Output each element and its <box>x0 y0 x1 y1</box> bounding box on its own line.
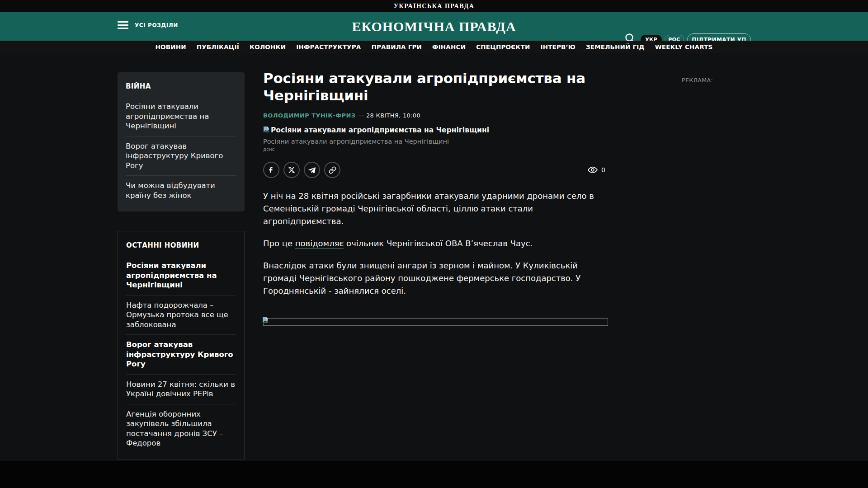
share-telegram-button[interactable] <box>304 162 320 178</box>
nav-item-infrastruktura[interactable]: ІНФРАСТРУКТУРА <box>296 43 361 51</box>
war-item-3[interactable]: Чи можна відбудувати країну без жінок <box>126 175 236 205</box>
share-toolbar: 0 <box>263 162 608 178</box>
latest-item-1[interactable]: Росіяни атакували агропідприємства на Че… <box>126 256 236 295</box>
article-image-2-broken <box>263 318 608 326</box>
share-facebook-button[interactable] <box>263 162 279 178</box>
facebook-icon <box>267 166 275 174</box>
image-source: дснс <box>263 147 608 152</box>
image-alt-text: Росіяни атакували агропідприємства на Че… <box>271 126 489 134</box>
ukrainska-pravda-logo[interactable]: УКРАЇНСЬКА ПРАВДА <box>394 3 475 10</box>
nav-item-finansy[interactable]: ФІНАНСИ <box>432 43 466 51</box>
nav-item-weekly-charts[interactable]: WEEKLY CHARTS <box>655 43 713 51</box>
nav-item-zemelnyi-hid[interactable]: ЗЕМЕЛЬНИЙ ГІД <box>586 43 645 51</box>
eye-icon <box>588 166 598 174</box>
site-header: УСІ РОЗДІЛИ ЕКОНОМІЧНА ПРАВДА УКР РОС ПІ… <box>0 12 868 41</box>
telegram-icon <box>308 166 316 174</box>
war-panel: ВІЙНА Росіяни атакували агропідприємства… <box>118 72 245 211</box>
latest-item-2[interactable]: Нафта подорожчала – Ормузька протока все… <box>126 295 236 335</box>
main-nav: НОВИНИ ПУБЛІКАЦІЇ КОЛОНКИ ІНФРАСТРУКТУРА… <box>0 41 868 53</box>
nav-item-kolonky[interactable]: КОЛОНКИ <box>250 43 286 51</box>
nav-item-novyny[interactable]: НОВИНИ <box>156 43 186 51</box>
paragraph-1: У ніч на 28 квітня російські загарбники … <box>263 190 608 228</box>
nav-item-publikatsii[interactable]: ПУБЛІКАЦІЇ <box>197 43 239 51</box>
image-caption: Росіяни атакували агропідприємства на Че… <box>263 138 608 145</box>
article-title: Росіяни атакували агропідприємства на Че… <box>263 70 608 104</box>
view-counter: 0 <box>588 166 605 174</box>
latest-item-5[interactable]: Агенція оборонних закупівель збільшила п… <box>126 404 236 453</box>
war-panel-title: ВІЙНА <box>126 82 236 90</box>
article-image-broken: Росіяни атакували агропідприємства на Че… <box>263 126 608 134</box>
nav-item-pravyla-hry[interactable]: ПРАВИЛА ГРИ <box>371 43 422 51</box>
copy-link-button[interactable] <box>324 162 340 178</box>
latest-item-4[interactable]: Новини 27 квітня: скільки в Україні дові… <box>126 374 236 404</box>
nav-item-interviu[interactable]: ІНТЕРВ’Ю <box>540 43 576 51</box>
nav-item-spetsproekty[interactable]: СПЕЦПРОЄКТИ <box>476 43 530 51</box>
latest-news-title: ОСТАННІ НОВИНИ <box>126 241 236 249</box>
broken-image-icon <box>263 126 270 133</box>
article: Росіяни атакували агропідприємства на Че… <box>263 72 608 326</box>
x-icon <box>288 166 295 174</box>
latest-item-3[interactable]: Ворог атакував інфраструктуру Кривого Ро… <box>126 334 236 374</box>
share-x-button[interactable] <box>283 162 300 178</box>
war-item-1[interactable]: Росіяни атакували агропідприємства на Че… <box>126 97 236 136</box>
topbar: УКРАЇНСЬКА ПРАВДА <box>0 0 868 12</box>
page: УКРАЇНСЬКА ПРАВДА УСІ РОЗДІЛИ ЕКОНОМІЧНА… <box>0 0 868 488</box>
source-link[interactable]: повідомляє <box>295 239 344 249</box>
paragraph-2-text: Про це <box>263 239 295 248</box>
latest-news-panel: ОСТАННІ НОВИНИ Росіяни атакували агропід… <box>118 231 245 460</box>
broken-image-icon <box>262 317 269 324</box>
views-count: 0 <box>601 166 605 174</box>
paragraph-2: Про це повідомляє очільник Чернігівської… <box>263 237 608 250</box>
ad-label: РЕКЛАМА: <box>682 77 713 84</box>
paragraph-2-text-after: очільник Чернігівської ОВА В’ячеслав Чау… <box>344 239 533 248</box>
byline: ВОЛОДИМИР ТУНІК-ФРИЗ — 28 КВІТНЯ, 10:00 <box>263 112 608 119</box>
paragraph-3: Внаслідок атаки були знищені ангари із з… <box>263 259 608 297</box>
sidebar: ВІЙНА Росіяни атакували агропідприємства… <box>118 72 245 460</box>
war-item-2[interactable]: Ворог атакував інфраструктуру Кривого Ро… <box>126 136 236 176</box>
publish-date: — 28 КВІТНЯ, 10:00 <box>358 112 420 119</box>
author-link[interactable]: ВОЛОДИМИР ТУНІК-ФРИЗ <box>263 112 355 119</box>
header-right: УКР РОС ПІДТРИМАТИ УП <box>0 12 868 41</box>
footer-strip <box>0 461 868 488</box>
link-icon <box>329 166 336 174</box>
